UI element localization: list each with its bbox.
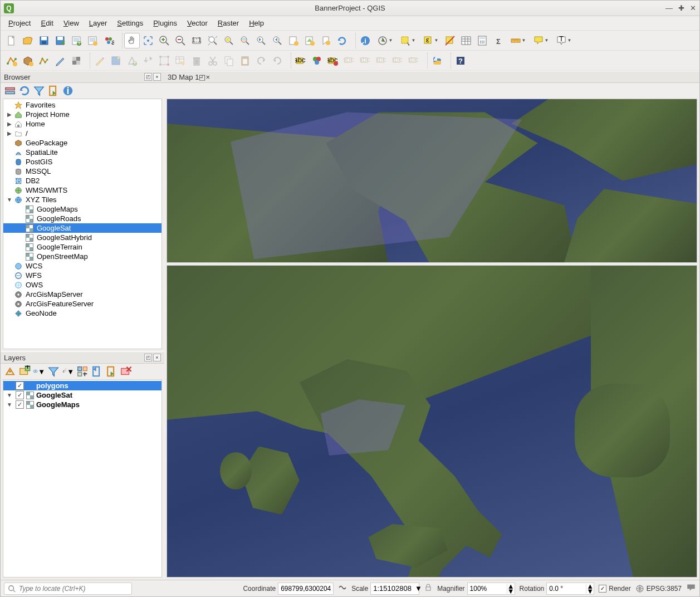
- browser-item-googleterrain[interactable]: GoogleTerrain: [3, 242, 161, 252]
- label-x-button[interactable]: abc: [325, 53, 341, 68]
- add-layer-icon[interactable]: [4, 85, 16, 97]
- new-3d-button[interactable]: [302, 33, 317, 48]
- crs-field[interactable]: EPSG:3857: [635, 584, 682, 593]
- raster-button[interactable]: [68, 53, 84, 68]
- zoom-out-button[interactable]: [173, 33, 188, 48]
- browser-item-googleroads[interactable]: GoogleRoads: [3, 214, 161, 223]
- browser-tree[interactable]: Favorites▶Project Home▶Home▶/GeoPackageS…: [3, 99, 162, 349]
- filter-icon[interactable]: [33, 85, 45, 97]
- cut-button[interactable]: [205, 53, 221, 68]
- browser-close-button[interactable]: ×: [153, 73, 161, 81]
- menu-view[interactable]: View: [59, 17, 84, 29]
- zoom-selection-button[interactable]: [221, 33, 237, 48]
- collapse-all-icon[interactable]: [47, 85, 60, 97]
- visibility-icon[interactable]: ▼: [33, 365, 45, 378]
- expand-all-icon[interactable]: [76, 365, 89, 378]
- save-edits-button[interactable]: [108, 53, 124, 68]
- close-button[interactable]: ✕: [690, 4, 696, 12]
- layer-visibility-checkbox[interactable]: ✓: [16, 391, 24, 399]
- add-group-icon[interactable]: +: [18, 365, 31, 378]
- move-feature-button[interactable]: [140, 53, 156, 68]
- browser-item-xyztiles[interactable]: ▼XYZ Tiles: [3, 195, 161, 204]
- messages-icon[interactable]: [686, 583, 696, 594]
- menu-plugins[interactable]: Plugins: [149, 17, 182, 29]
- geopkg-new-button[interactable]: [20, 53, 36, 68]
- filter-legend-icon[interactable]: [47, 365, 60, 378]
- zoom-native-button[interactable]: 1:1: [189, 33, 204, 48]
- new-project-button[interactable]: [4, 33, 19, 48]
- label-button[interactable]: abc: [293, 53, 309, 68]
- label-move-button[interactable]: abc: [390, 53, 405, 68]
- extents-toggle-icon[interactable]: [338, 583, 347, 594]
- layers-close-button[interactable]: ×: [153, 354, 161, 361]
- browser-item-wmswmts[interactable]: WMS/WMTS: [3, 185, 161, 195]
- browser-item-arcgismapserver[interactable]: ArcGisMapServer: [3, 290, 161, 299]
- browser-item-googlemaps[interactable]: GoogleMaps: [3, 204, 161, 214]
- lock-scale-icon[interactable]: [424, 583, 433, 594]
- expression-filter-icon[interactable]: ε□▼: [62, 365, 74, 378]
- browser-item-[interactable]: ▶/: [3, 129, 161, 138]
- browser-item-mssql[interactable]: MSSQL: [3, 167, 161, 176]
- render-checkbox[interactable]: ✓: [599, 585, 606, 593]
- magnifier-spinbox[interactable]: ▲▼: [467, 583, 515, 595]
- action-button[interactable]: ▼: [374, 33, 396, 48]
- menu-vector[interactable]: Vector: [183, 17, 212, 29]
- browser-item-home[interactable]: ▶Home: [3, 119, 161, 129]
- browser-item-postgis[interactable]: PostGIS: [3, 157, 161, 167]
- browser-item-spatialite[interactable]: SpatiaLite: [3, 148, 161, 157]
- browser-item-geonode[interactable]: GeoNode: [3, 309, 161, 318]
- vector-new-button[interactable]: [4, 53, 19, 68]
- map3d-canvas[interactable]: [167, 99, 697, 263]
- map3d-float-button[interactable]: ◰: [199, 73, 205, 81]
- deselect-button[interactable]: [442, 33, 458, 48]
- label-move-button[interactable]: abc: [341, 53, 357, 68]
- browser-item-geopackage[interactable]: GeoPackage: [3, 138, 161, 148]
- layers-tree[interactable]: ✓polygons▼✓GoogleSat▼✓GoogleMaps: [3, 379, 162, 578]
- save-project-as-button[interactable]: [52, 33, 68, 48]
- browser-item-wcs[interactable]: WCS: [3, 261, 161, 271]
- add-vector-button[interactable]: [36, 53, 52, 68]
- python-button[interactable]: [429, 53, 445, 68]
- layer-googlemaps[interactable]: ▼✓GoogleMaps: [3, 400, 161, 409]
- locator-input[interactable]: [19, 585, 128, 593]
- layers-float-button[interactable]: ◰: [144, 354, 152, 361]
- new-layout-button[interactable]: +: [68, 33, 84, 48]
- menu-layer[interactable]: Layer: [85, 17, 112, 29]
- new-map-button[interactable]: [286, 33, 301, 48]
- help-button[interactable]: ?: [453, 53, 468, 68]
- annotation-button[interactable]: T▼: [552, 33, 575, 48]
- save-project-button[interactable]: [36, 33, 52, 48]
- paste-button[interactable]: [237, 53, 253, 68]
- properties-icon[interactable]: i: [62, 85, 74, 97]
- browser-item-ows[interactable]: OWS: [3, 280, 161, 290]
- refresh-button[interactable]: [334, 33, 350, 48]
- copy-button[interactable]: [221, 53, 237, 68]
- browser-item-wfs[interactable]: WFS: [3, 271, 161, 280]
- quill-button[interactable]: [52, 53, 68, 68]
- layer-visibility-checkbox[interactable]: ✓: [16, 400, 24, 409]
- refresh-icon[interactable]: [18, 85, 31, 97]
- scale-combo[interactable]: 1:15102808▼: [370, 583, 419, 595]
- menu-raster[interactable]: Raster: [213, 17, 243, 29]
- add-feature-button[interactable]: +: [124, 53, 140, 68]
- layer-googlesat[interactable]: ▼✓GoogleSat: [3, 390, 161, 400]
- zoom-layer-button[interactable]: [237, 33, 253, 48]
- zoom-in-button[interactable]: [156, 33, 172, 48]
- stats-button[interactable]: Σ: [491, 33, 506, 48]
- label-move-button[interactable]: abc: [358, 53, 373, 68]
- browser-item-db2[interactable]: DB2DB2: [3, 176, 161, 185]
- menu-help[interactable]: Help: [244, 17, 268, 29]
- select-expr-button[interactable]: ε▼: [419, 33, 442, 48]
- remove-layer-icon[interactable]: [120, 365, 132, 378]
- browser-item-projecthome[interactable]: ▶Project Home: [3, 110, 161, 119]
- style-manager-button[interactable]: a: [101, 33, 116, 48]
- locator-bar[interactable]: [4, 583, 132, 595]
- toggle-edit-button[interactable]: [92, 53, 107, 68]
- modify-attr-button[interactable]: [173, 53, 188, 68]
- rotation-spinbox[interactable]: ▲▼: [546, 583, 594, 595]
- open-project-button[interactable]: [20, 33, 36, 48]
- layer-visibility-checkbox[interactable]: ✓: [16, 381, 24, 390]
- menu-settings[interactable]: Settings: [112, 17, 148, 29]
- map3d-close-button[interactable]: ×: [205, 73, 210, 81]
- zoom-full-button[interactable]: [205, 33, 221, 48]
